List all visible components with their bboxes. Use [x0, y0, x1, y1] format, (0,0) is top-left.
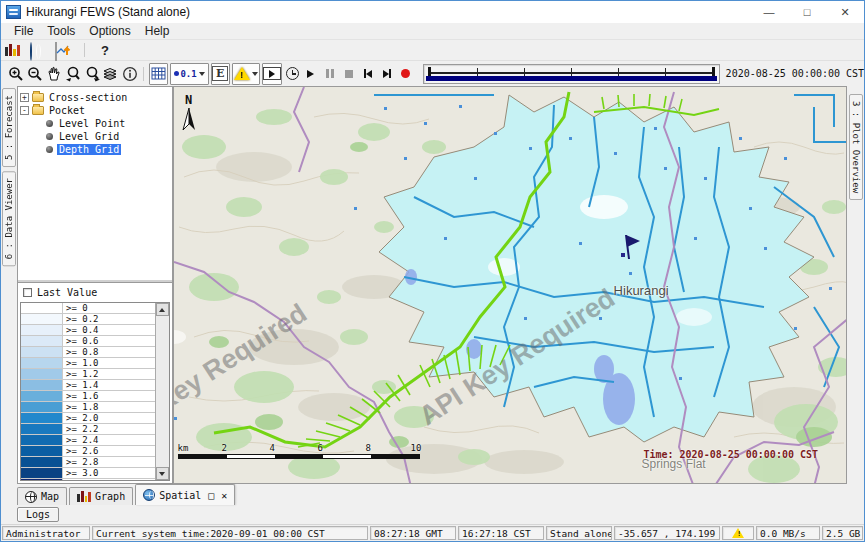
record-button[interactable] [396, 63, 415, 85]
legend-row: >= 1.2 [21, 369, 155, 380]
zoom-in-icon[interactable] [7, 63, 26, 85]
legend-row: >= 2.8 [21, 457, 155, 468]
time-slider[interactable] [423, 64, 720, 84]
collapse-icon[interactable]: - [20, 106, 29, 115]
tab-plot-overview[interactable]: 3 : Plot Overview [849, 94, 863, 200]
tree-item-depth-grid[interactable]: Depth Grid [20, 143, 170, 155]
legend-row: >= 0.4 [21, 325, 155, 336]
spatial-globe-icon [143, 489, 155, 501]
status-warning-cell[interactable]: ! [722, 526, 754, 540]
timeseries-display-icon[interactable] [55, 43, 72, 58]
pan-hand-icon[interactable] [45, 63, 64, 85]
layers-icon[interactable] [102, 63, 121, 85]
logs-button[interactable]: Logs [17, 507, 59, 522]
status-bar: Administrator Current system time:2020-0… [1, 524, 864, 541]
scroll-down-icon[interactable] [156, 467, 169, 480]
node-icon [46, 146, 53, 153]
graph-icon [77, 489, 91, 504]
main-toolbar: ? [1, 40, 864, 60]
menu-help[interactable]: Help [138, 24, 177, 38]
tree-item-pocket[interactable]: - Pocket [20, 104, 170, 116]
info-icon[interactable] [120, 63, 139, 85]
tab-spatial[interactable]: Spatial □ ✕ [135, 484, 235, 505]
play-button[interactable] [302, 63, 321, 85]
map-display-icon[interactable] [30, 43, 47, 58]
close-panel-icon[interactable]: ✕ [221, 490, 227, 501]
explorer-chart-icon[interactable] [5, 43, 22, 58]
filter-tree: + Cross-section - Pocket Level Point [18, 87, 172, 282]
app-window: Hikurangi FEWS (Stand alone) — □ ✕ File … [0, 0, 865, 542]
tab-data-viewer[interactable]: 6 : Data Viewer [2, 171, 16, 266]
close-button[interactable]: ✕ [826, 1, 864, 23]
toolbar-datetime: 2020-08-25 00:00:00 CST [726, 68, 864, 79]
color-swatch [21, 479, 63, 480]
color-swatch [21, 325, 63, 335]
grid-display-button[interactable] [149, 63, 168, 85]
title-bar[interactable]: Hikurangi FEWS (Stand alone) — □ ✕ [1, 1, 864, 23]
status-gmt-time: 08:27:18 GMT [370, 526, 456, 540]
legend-row: >= 2.4 [21, 435, 155, 446]
animation-dialog-button[interactable] [262, 63, 282, 85]
minimize-button[interactable]: — [750, 1, 788, 23]
legend-row: >= 0.2 [21, 314, 155, 325]
menu-bar: File Tools Options Help [1, 23, 864, 40]
menu-options[interactable]: Options [82, 24, 137, 38]
skip-to-start-button[interactable] [358, 63, 377, 85]
legend-row: >= 2.0 [21, 413, 155, 424]
legend-header: Last Value [20, 286, 170, 299]
animation-timer-icon[interactable] [283, 63, 302, 85]
tree-item-level-grid[interactable]: Level Grid [20, 130, 170, 142]
dock-tab-bar: Map Graph Spatial □ ✕ [1, 484, 864, 505]
legend-row: >= 0.8 [21, 347, 155, 358]
legend-row: >= 1.6 [21, 391, 155, 402]
menu-tools[interactable]: Tools [40, 24, 82, 38]
app-icon [6, 5, 21, 19]
contour-threshold-select[interactable]: 0.1 [170, 63, 208, 85]
legend-scrollbar[interactable] [155, 303, 169, 480]
node-icon [46, 133, 53, 140]
maximize-button[interactable]: □ [788, 1, 826, 23]
tab-forecast[interactable]: 5 : Forecast [2, 88, 16, 167]
elevation-button[interactable]: E [211, 63, 230, 85]
north-arrow-icon [182, 108, 196, 132]
scroll-up-icon[interactable] [156, 303, 169, 316]
status-coordinates: -35.657 , 174.199 [614, 526, 720, 540]
tab-map[interactable]: Map [17, 487, 67, 505]
stop-button[interactable] [339, 63, 358, 85]
data-viewer-panel: + Cross-section - Pocket Level Point [17, 86, 173, 484]
expand-icon[interactable]: + [20, 93, 29, 102]
globe-icon [25, 491, 37, 503]
menu-file[interactable]: File [7, 24, 40, 38]
toolbar-separator [143, 67, 144, 81]
tab-graph[interactable]: Graph [69, 487, 133, 505]
pause-button[interactable] [320, 63, 339, 85]
float-panel-icon[interactable]: □ [208, 490, 214, 501]
legend-row: >= 3.2 [21, 479, 155, 480]
zoom-previous-icon[interactable] [64, 63, 83, 85]
help-icon[interactable]: ? [97, 43, 113, 58]
tree-item-cross-section[interactable]: + Cross-section [20, 91, 170, 103]
zoom-out-icon[interactable] [26, 63, 45, 85]
color-swatch [21, 435, 63, 445]
north-arrow: N [182, 93, 196, 132]
color-swatch [21, 413, 63, 423]
color-swatch [21, 424, 63, 434]
town-label: Hikurangi [614, 283, 669, 298]
status-mode: Stand alone [546, 526, 612, 540]
map-view[interactable]: N API Key Required API Key Required Hiku… [173, 86, 847, 484]
color-swatch [21, 347, 63, 357]
last-value-label: Last Value [37, 287, 97, 298]
zoom-next-icon[interactable] [83, 63, 102, 85]
legend-row: >= 1.8 [21, 402, 155, 413]
right-tab-strip: 3 : Plot Overview [847, 86, 864, 484]
legend-row: >= 1.4 [21, 380, 155, 391]
legend-row: >= 0 [21, 303, 155, 314]
left-tab-strip: 5 : Forecast 6 : Data Viewer [1, 86, 17, 484]
color-swatch [21, 369, 63, 379]
color-swatch [21, 336, 63, 346]
color-swatch [21, 457, 63, 467]
thresholds-warning-dropdown[interactable]: ! [232, 63, 260, 85]
skip-to-end-button[interactable] [377, 63, 396, 85]
last-value-checkbox[interactable] [23, 288, 32, 297]
tree-item-level-point[interactable]: Level Point [20, 117, 170, 129]
